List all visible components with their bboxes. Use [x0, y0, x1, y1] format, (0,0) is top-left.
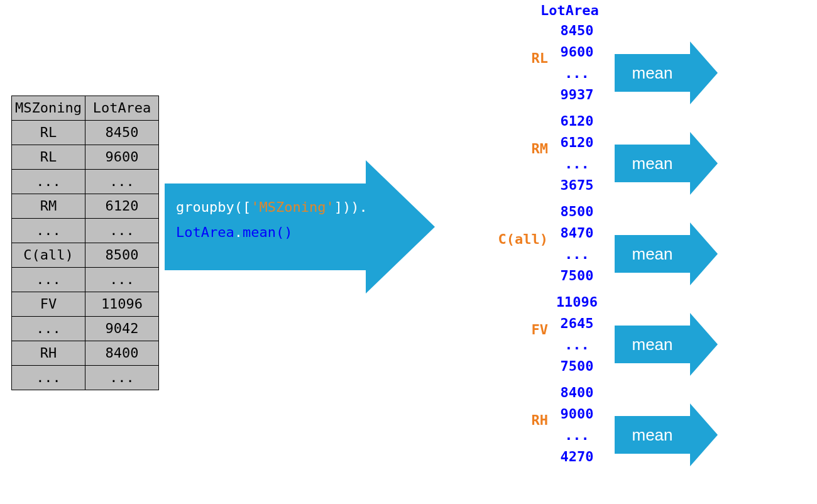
source-table: MSZoning LotArea RL8450 RL9600 ...... RM… [11, 96, 159, 390]
table-row: RL9600 [12, 145, 159, 170]
mean-label: mean [615, 235, 690, 273]
group-values: 61206120...3675 [554, 111, 600, 196]
table-row: RH8400 [12, 341, 159, 366]
group-values: 84509600...9937 [554, 20, 600, 106]
table-header: MSZoning [12, 96, 85, 121]
mean-arrow: mean [615, 132, 718, 195]
mean-label: mean [615, 416, 690, 454]
mean-label: mean [615, 145, 690, 182]
group-label: C(all) [495, 231, 548, 247]
table-row: RM6120 [12, 194, 159, 219]
table-row: ...9042 [12, 317, 159, 341]
table-row: ...... [12, 219, 159, 243]
group-values: 85008470...7500 [554, 201, 600, 287]
code-snippet: groupby(['MSZoning'])). LotArea.mean() [176, 195, 366, 245]
table-row: C(all)8500 [12, 243, 159, 268]
table-header: LotArea [85, 96, 159, 121]
table-row: RL8450 [12, 121, 159, 145]
table-row: FV11096 [12, 292, 159, 317]
transform-arrow: groupby(['MSZoning'])). LotArea.mean() [165, 160, 435, 293]
table-row: ...... [12, 268, 159, 292]
group-label: FV [495, 322, 548, 337]
mean-arrow: mean [615, 403, 718, 466]
table-row: ...... [12, 170, 159, 194]
mean-label: mean [615, 326, 690, 363]
groups-header: LotArea [540, 3, 599, 18]
group-values: 110962645...7500 [554, 292, 600, 377]
mean-label: mean [615, 54, 690, 92]
group-label: RM [495, 141, 548, 156]
group-values: 84009000...4270 [554, 382, 600, 468]
group-label: RL [495, 50, 548, 66]
mean-arrow: mean [615, 313, 718, 376]
mean-arrow: mean [615, 41, 718, 104]
group-label: RH [495, 412, 548, 428]
table-row: ...... [12, 366, 159, 390]
mean-arrow: mean [615, 222, 718, 285]
